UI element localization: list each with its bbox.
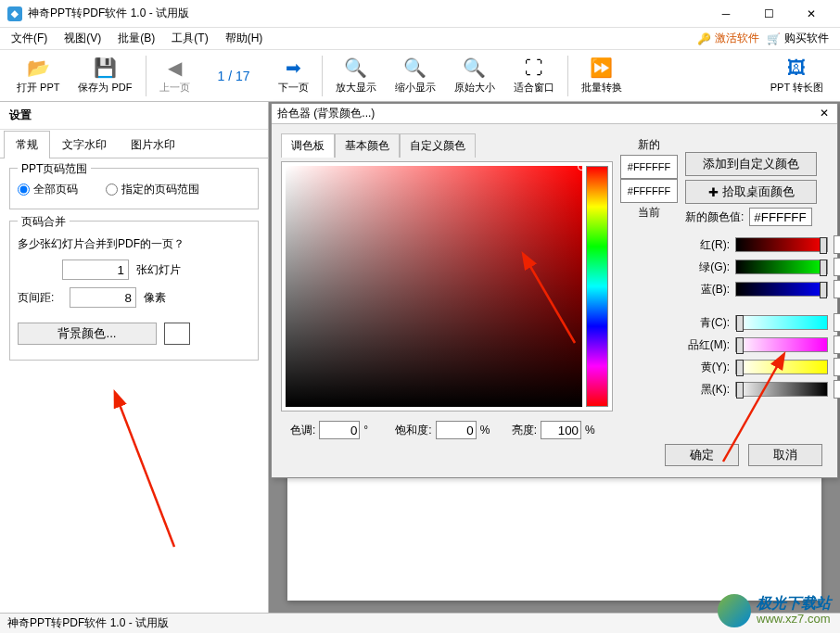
saturation-input[interactable]	[436, 421, 477, 439]
pick-screen-color-button[interactable]: ✚ 拾取桌面颜色	[685, 180, 817, 204]
batch-convert-button[interactable]: ⏩ 批量转换	[572, 52, 631, 100]
merge-question: 多少张幻灯片合并到PDF的一页？	[18, 236, 250, 252]
arrow-left-icon: ◀	[163, 57, 185, 79]
blue-input[interactable]	[834, 280, 840, 298]
zoom-reset-icon: 🔍	[464, 57, 486, 79]
menu-view[interactable]: 视图(V)	[57, 29, 108, 48]
hue-slider[interactable]	[586, 166, 608, 407]
status-text: 神奇PPT转PDF软件 1.0 - 试用版	[7, 615, 169, 631]
arrow-right-icon: ➡	[282, 57, 304, 79]
magenta-input[interactable]	[834, 335, 840, 354]
ok-button[interactable]: 确定	[665, 444, 739, 466]
tab-palette[interactable]: 调色板	[281, 133, 335, 158]
color-field[interactable]	[286, 166, 582, 407]
site-logo-icon	[718, 594, 751, 627]
menu-file[interactable]: 文件(F)	[4, 29, 55, 48]
black-slider[interactable]	[735, 382, 828, 397]
menu-batch[interactable]: 批量(B)	[110, 29, 162, 48]
open-ppt-button[interactable]: 📂 打开 PPT	[7, 52, 69, 100]
page-range-group-title: PPT页码范围	[18, 161, 91, 177]
prev-page-button[interactable]: ◀ 上一页	[150, 52, 199, 100]
magenta-slider[interactable]	[735, 337, 828, 352]
dialog-title: 拾色器 (背景颜色...)	[277, 106, 375, 121]
menu-help[interactable]: 帮助(H)	[218, 29, 271, 48]
fit-icon: ⛶	[523, 57, 545, 79]
cart-icon: 🛒	[767, 32, 781, 45]
tab-general[interactable]: 常规	[4, 131, 50, 158]
zoom-out-icon: 🔍	[404, 57, 426, 79]
site-watermark: 极光下载站 www.xz7.com	[718, 594, 831, 627]
hex-value-input[interactable]	[749, 208, 812, 226]
separator	[146, 56, 146, 96]
hue-input[interactable]	[319, 421, 360, 439]
save-icon: 💾	[94, 57, 116, 79]
minimize-button[interactable]: ─	[705, 0, 747, 28]
zoom-in-button[interactable]: 🔍 放大显示	[326, 52, 386, 100]
separator	[567, 56, 568, 96]
color-picker-dialog: 拾色器 (背景颜色...) ✕ 调色板 基本颜色 自定义颜色 色调:	[271, 103, 838, 478]
buy-link[interactable]: 🛒 购买软件	[767, 31, 829, 46]
black-input[interactable]	[834, 380, 840, 399]
key-icon: 🔑	[697, 32, 711, 45]
ppt-to-long-button[interactable]: 🖼 PPT 转长图	[761, 52, 833, 100]
window-title: 神奇PPT转PDF软件 1.0 - 试用版	[28, 6, 705, 21]
red-input[interactable]	[834, 235, 840, 254]
radio-all-pages[interactable]: 全部页码	[18, 182, 78, 197]
yellow-input[interactable]	[834, 358, 840, 376]
tab-image-watermark[interactable]: 图片水印	[119, 131, 187, 158]
batch-icon: ⏩	[591, 57, 613, 79]
folder-open-icon: 📂	[27, 57, 49, 79]
brightness-input[interactable]	[541, 421, 581, 439]
activate-link[interactable]: 🔑 激活软件	[697, 31, 759, 46]
tab-basic-colors[interactable]: 基本颜色	[335, 133, 400, 158]
maximize-button[interactable]: ☐	[747, 0, 790, 28]
settings-header: 设置	[0, 102, 268, 130]
long-image-icon: 🖼	[785, 57, 808, 79]
current-color-swatch[interactable]: #FFFFFF	[620, 179, 678, 203]
green-slider[interactable]	[735, 260, 828, 274]
green-input[interactable]	[834, 258, 840, 276]
separator	[322, 56, 323, 96]
color-cursor-icon	[578, 163, 585, 171]
blue-slider[interactable]	[735, 282, 828, 297]
cancel-button[interactable]: 取消	[748, 444, 822, 466]
zoom-reset-button[interactable]: 🔍 原始大小	[445, 52, 504, 100]
tab-text-watermark[interactable]: 文字水印	[50, 131, 119, 158]
page-merge-group-title: 页码合并	[18, 214, 70, 230]
cyan-input[interactable]	[834, 313, 840, 332]
window-close-button[interactable]: ✕	[790, 0, 833, 28]
crosshair-icon: ✚	[708, 185, 719, 199]
cyan-slider[interactable]	[735, 315, 828, 330]
menu-tools[interactable]: 工具(T)	[164, 29, 215, 48]
next-page-button[interactable]: ➡ 下一页	[269, 52, 318, 100]
dialog-close-button[interactable]: ✕	[817, 107, 832, 121]
background-color-swatch	[164, 323, 190, 345]
yellow-slider[interactable]	[735, 360, 828, 374]
zoom-in-icon: 🔍	[345, 57, 367, 79]
preview-page	[287, 471, 821, 601]
fit-window-button[interactable]: ⛶ 适合窗口	[504, 52, 564, 100]
app-icon: ◆	[7, 6, 22, 21]
slides-per-page-input[interactable]	[62, 260, 129, 280]
save-pdf-button[interactable]: 💾 保存为 PDF	[69, 52, 141, 100]
tab-custom-colors[interactable]: 自定义颜色	[400, 133, 476, 158]
page-gap-input[interactable]	[70, 287, 136, 308]
red-slider[interactable]	[735, 237, 828, 252]
new-color-swatch[interactable]: #FFFFFF	[620, 155, 678, 179]
degree-icon: °	[363, 424, 376, 437]
radio-custom-range[interactable]: 指定的页码范围	[106, 182, 199, 197]
add-custom-color-button[interactable]: 添加到自定义颜色	[685, 152, 817, 176]
background-color-button[interactable]: 背景颜色...	[18, 323, 157, 345]
page-indicator: 1 / 17	[199, 69, 269, 83]
zoom-out-button[interactable]: 🔍 缩小显示	[386, 52, 445, 100]
